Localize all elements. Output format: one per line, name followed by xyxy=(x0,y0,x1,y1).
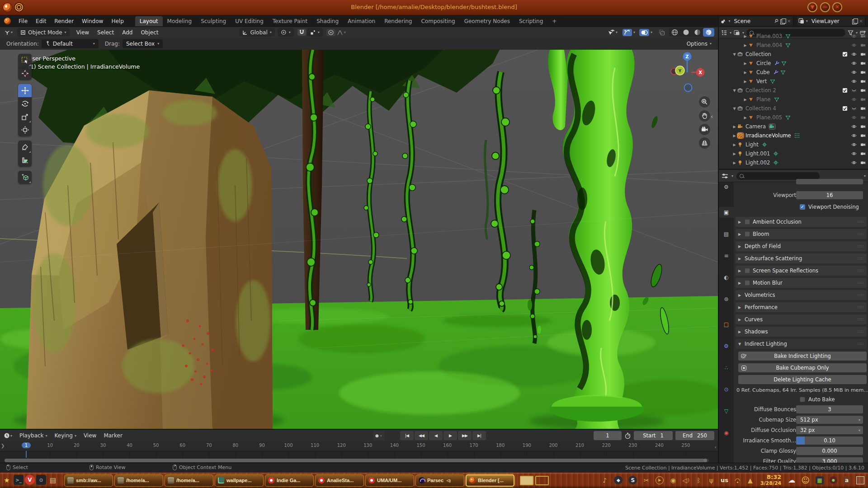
steam-launcher[interactable]: ⊙ xyxy=(36,475,46,485)
outliner-row-vert[interactable]: ▶Vert xyxy=(719,77,868,86)
tab-view-layer[interactable]: ≡ xyxy=(719,250,734,261)
irradiance-smooth-field[interactable]: 0.10 xyxy=(796,436,863,445)
object-name[interactable]: Plane.005 xyxy=(756,114,782,121)
view-layer-selector[interactable]: ▾ ViewLayer × xyxy=(796,16,865,26)
show-desktop-button[interactable] xyxy=(856,476,864,484)
hide-in-viewport-eye-icon[interactable] xyxy=(851,106,858,111)
move-tool[interactable] xyxy=(18,84,32,97)
panel-grip-icon[interactable]: ∷∷ xyxy=(858,244,864,249)
taskbar-button-indie-ga[interactable]: Indie Ga... xyxy=(265,474,314,487)
object-name[interactable]: Light.001 xyxy=(745,150,770,157)
outliner-row-plane-005[interactable]: ▶Plane.005 xyxy=(719,113,868,122)
game-shield-tray-icon[interactable]: ◆ xyxy=(614,476,623,484)
show-gizmo-toggle[interactable] xyxy=(623,29,632,36)
taskbar-button-home-a[interactable]: /home/a... xyxy=(114,474,163,487)
panel-motion-blur[interactable]: ▶Motion Blur∷∷ xyxy=(736,278,867,288)
outliner-row-irradiancevolume[interactable]: ▶IrradianceVolume xyxy=(719,131,868,140)
calculator-tray-icon[interactable]: ▦ xyxy=(816,476,824,484)
hide-in-viewport-eye-icon[interactable] xyxy=(851,151,858,156)
outliner-row-collection-2[interactable]: ▼Collection 2 xyxy=(719,86,868,95)
pin-icon[interactable]: ⚲ xyxy=(773,18,780,24)
overlays-dropdown[interactable]: ▾ xyxy=(649,30,654,35)
shading-wireframe-button[interactable] xyxy=(669,28,680,37)
drag-dropdown[interactable]: Select Box ▾ xyxy=(123,39,163,48)
properties-search-input[interactable] xyxy=(736,172,820,180)
annotate-tool[interactable] xyxy=(18,141,32,154)
disclosure-closed-icon[interactable]: ▶ xyxy=(742,80,748,84)
camera-view-button[interactable] xyxy=(699,124,710,135)
panel-shadows[interactable]: ▶Shadows∷∷ xyxy=(736,327,867,337)
panel-grip-icon[interactable]: ∷∷ xyxy=(858,329,864,334)
panel-grip-icon[interactable]: ∷∷ xyxy=(858,342,864,346)
disclosure-closed-icon[interactable]: ▶ xyxy=(731,143,737,147)
transform-tool[interactable] xyxy=(18,123,32,136)
sidebar-collapse-arrow[interactable]: ‹ xyxy=(711,113,713,120)
outliner-row-plane-003[interactable]: ▶Plane.003 xyxy=(719,32,868,41)
workspace-tab-animation[interactable]: Animation xyxy=(343,16,380,26)
hide-in-viewport-eye-icon[interactable] xyxy=(851,42,858,48)
blender-menu-icon[interactable] xyxy=(4,18,11,24)
rotate-tool[interactable] xyxy=(18,97,32,110)
disable-in-renders-camera-icon[interactable] xyxy=(860,52,867,57)
emoji-tray-icon[interactable]: ☺ xyxy=(801,475,810,485)
music-player-tray-icon[interactable]: ♪ xyxy=(601,477,608,484)
collection-exclude-checkbox[interactable] xyxy=(842,88,849,93)
screenshot-scissors-tray-icon[interactable]: ✂ xyxy=(643,477,650,484)
snap-toggle[interactable] xyxy=(297,29,306,36)
play-reverse-button[interactable]: ◀ xyxy=(429,431,443,440)
disable-in-renders-camera-icon[interactable] xyxy=(860,115,867,120)
media-play-tray-icon[interactable]: ▶ xyxy=(656,476,664,484)
workspace-tab-compositing[interactable]: Compositing xyxy=(416,16,459,26)
hide-in-viewport-eye-icon[interactable] xyxy=(851,115,858,120)
volume-tray-icon[interactable]: ◁ xyxy=(682,477,689,484)
outliner-row-camera[interactable]: ▶Camera xyxy=(719,122,868,131)
proportional-falloff-selector[interactable]: ▾ xyxy=(335,29,347,36)
workspace-tab-scripting[interactable]: Scripting xyxy=(514,16,547,26)
prev-keyframe-button[interactable]: ◀◀ xyxy=(415,431,428,440)
viewport-denoising-row[interactable]: ✓ Viewport Denoising xyxy=(800,202,859,211)
pivot-point-selector[interactable]: ▾ xyxy=(278,28,294,37)
panel-ambient-occlusion[interactable]: ▶Ambient Occlusion∷∷ xyxy=(736,217,867,227)
object-name[interactable]: Circle xyxy=(756,60,771,66)
object-name[interactable]: Cube xyxy=(756,69,770,75)
viewport-menu-add[interactable]: Add xyxy=(118,29,137,36)
workspace-tab-rendering[interactable]: Rendering xyxy=(380,16,416,26)
jump-to-start-button[interactable]: |◀ xyxy=(400,431,414,440)
skype-tray-icon[interactable]: S xyxy=(628,476,637,484)
options-dropdown[interactable]: Options ▾ xyxy=(687,41,712,47)
properties-editor-icon[interactable] xyxy=(722,173,728,179)
viewport-menu-select[interactable]: Select xyxy=(93,29,118,36)
auto-bake-checkbox[interactable] xyxy=(800,397,805,402)
outliner-row-light-002[interactable]: ▶Light.002 xyxy=(719,158,868,167)
bluetooth-tray-icon[interactable]: ᛒ xyxy=(695,477,702,484)
clock[interactable]: 8:32 3/28/24 xyxy=(760,474,781,487)
workspace-1-button[interactable] xyxy=(520,476,533,485)
screen-space-reflections-checkbox[interactable] xyxy=(745,268,750,273)
gizmo-dropdown[interactable]: ▾ xyxy=(632,30,637,35)
keyboard-layout-indicator[interactable]: us xyxy=(721,477,728,483)
outliner-row-light-001[interactable]: ▶Light.001 xyxy=(719,149,868,158)
disclosure-closed-icon[interactable]: ▶ xyxy=(731,161,737,165)
timeline-menu-keying[interactable]: Keying▾ xyxy=(51,431,80,440)
panel-grip-icon[interactable]: ∷∷ xyxy=(858,256,864,261)
disclosure-closed-icon[interactable]: ▶ xyxy=(742,43,748,47)
orthographic-toggle-button[interactable] xyxy=(699,137,710,149)
record-icon[interactable]: ● xyxy=(375,433,379,438)
panel-depth-of-field[interactable]: ▶Depth of Field∷∷ xyxy=(736,241,867,251)
preview-range-stopwatch-icon[interactable] xyxy=(624,432,631,439)
minimize-to-tray-button[interactable]: ▼ xyxy=(807,2,817,12)
new-view-layer-icon[interactable] xyxy=(852,19,857,24)
select-box-tool[interactable] xyxy=(18,54,32,67)
object-name[interactable]: IrradianceVolume xyxy=(745,132,791,139)
taskbar-button-smb-aw[interactable]: smb://aw... xyxy=(64,474,113,487)
panel-grip-icon[interactable]: ∷∷ xyxy=(858,281,864,285)
usb-devices-tray-icon[interactable]: ψ xyxy=(708,477,715,484)
disable-in-renders-camera-icon[interactable] xyxy=(860,88,867,93)
viewport-denoising-checkbox[interactable]: ✓ xyxy=(800,204,805,210)
object-name[interactable]: Collection 2 xyxy=(745,87,776,94)
zoom-view-button[interactable] xyxy=(699,96,710,108)
timeline-scrollbar[interactable] xyxy=(5,459,709,462)
cursor-tool[interactable] xyxy=(18,67,32,80)
menu-star-launcher[interactable]: ★ xyxy=(1,475,12,486)
object-name[interactable]: Collection 4 xyxy=(745,105,776,112)
